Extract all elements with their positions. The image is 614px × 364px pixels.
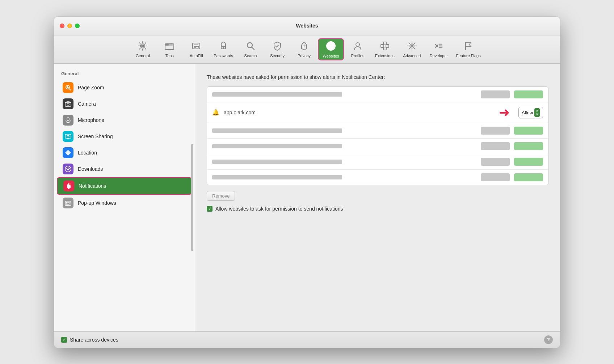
traffic-lights — [60, 24, 80, 28]
tabs-icon — [164, 41, 174, 52]
allow-notifications-checkbox[interactable]: ✓ — [207, 206, 213, 212]
blurred-site-name-2 — [212, 128, 342, 133]
sidebar: General Page Zoom — [54, 64, 195, 331]
arrow-indicator: ➜ — [499, 106, 510, 119]
blurred-badge-green-3 — [514, 142, 543, 150]
passwords-icon — [218, 41, 228, 52]
general-icon — [138, 41, 148, 52]
content-area: General Page Zoom — [54, 64, 560, 331]
minimize-button[interactable] — [67, 24, 72, 28]
advanced-label: Advanced — [403, 54, 421, 58]
microphone-icon — [63, 115, 73, 126]
dropdown-arrows: ▲ ▼ — [534, 108, 540, 117]
share-across-devices-label: Share across devices — [70, 337, 118, 343]
footer-left: ✓ Share across devices — [61, 337, 118, 343]
toolbar-item-passwords[interactable]: Passwords — [210, 39, 237, 60]
red-arrow-icon: ➜ — [499, 106, 510, 119]
allow-notifications-label: Allow websites to ask for permission to … — [215, 206, 343, 212]
extensions-icon — [380, 41, 390, 52]
titlebar: Websites — [54, 17, 560, 35]
toolbar-item-autofill[interactable]: AutoFill — [183, 39, 209, 60]
blurred-badge-1 — [481, 90, 510, 98]
svg-point-43 — [68, 188, 70, 189]
sidebar-item-label-microphone: Microphone — [78, 117, 104, 123]
tabs-label: Tabs — [165, 54, 174, 58]
extensions-label: Extensions — [375, 54, 395, 58]
websites-label: Websites — [323, 54, 339, 58]
blurred-site-name-5 — [212, 175, 342, 179]
toolbar-item-general[interactable]: General — [130, 39, 156, 60]
svg-line-13 — [252, 47, 254, 50]
toolbar-item-privacy[interactable]: Privacy — [291, 39, 317, 60]
advanced-icon — [407, 41, 417, 52]
toolbar-item-developer[interactable]: Developer — [426, 39, 452, 60]
sidebar-item-location[interactable]: Location — [57, 145, 192, 161]
svg-rect-46 — [65, 201, 71, 206]
sidebar-item-microphone[interactable]: Microphone — [57, 112, 192, 128]
olark-site-name: app.olark.com — [224, 110, 495, 115]
svg-line-33 — [69, 89, 71, 90]
toolbar-item-websites[interactable]: Websites — [318, 38, 344, 60]
blurred-badge-green-4 — [514, 158, 543, 166]
blurred-badge-green-1 — [514, 90, 543, 98]
down-arrow: ▼ — [535, 113, 539, 117]
blurred-site-name-4 — [212, 160, 342, 164]
developer-label: Developer — [430, 54, 448, 58]
toolbar-item-tabs[interactable]: Tabs — [156, 39, 182, 60]
sidebar-item-label-popup-windows: Pop-up Windows — [78, 200, 116, 206]
table-row-olark: 🔔 app.olark.com ➜ Allow ▲ ▼ — [207, 102, 548, 123]
close-button[interactable] — [60, 24, 64, 28]
privacy-icon — [299, 41, 309, 52]
notifications-icon: ! — [63, 181, 74, 191]
svg-rect-38 — [67, 118, 69, 121]
blurred-badge-4 — [481, 158, 510, 166]
sidebar-section-title: General — [54, 69, 195, 79]
allow-notifications-row: ✓ Allow websites to ask for permission t… — [207, 206, 548, 212]
sidebar-item-page-zoom[interactable]: Page Zoom — [57, 80, 192, 96]
sidebar-item-screen-sharing[interactable]: Screen Sharing — [57, 128, 192, 144]
maximize-button[interactable] — [75, 24, 80, 28]
main-content: These websites have asked for permission… — [195, 64, 560, 331]
svg-rect-47 — [66, 202, 69, 204]
general-label: General — [136, 54, 150, 58]
screen-sharing-icon — [63, 131, 73, 142]
toolbar-item-featureflags[interactable]: Feature Flags — [453, 39, 484, 60]
svg-point-18 — [356, 43, 359, 46]
toolbar: General Tabs — [54, 35, 560, 64]
websites-icon — [325, 41, 336, 53]
table-row-blurred-5 — [207, 170, 548, 185]
share-across-devices-checkbox[interactable]: ✓ — [61, 337, 67, 343]
passwords-label: Passwords — [214, 54, 233, 58]
blurred-badge-green-2 — [514, 127, 543, 135]
toolbar-item-security[interactable]: Security — [264, 39, 290, 60]
security-label: Security — [270, 54, 285, 58]
downloads-icon — [63, 164, 73, 174]
websites-table: 🔔 app.olark.com ➜ Allow ▲ ▼ — [207, 86, 548, 185]
toolbar-item-advanced[interactable]: Advanced — [399, 39, 425, 60]
help-button[interactable]: ? — [544, 335, 553, 344]
location-icon — [63, 147, 73, 158]
footer-bar: ✓ Share across devices ? — [54, 331, 560, 348]
sidebar-item-camera[interactable]: Camera — [57, 96, 192, 112]
blurred-site-name-1 — [212, 92, 342, 97]
popup-windows-icon — [63, 198, 73, 208]
toolbar-item-search[interactable]: Search — [237, 39, 264, 60]
sidebar-item-popup-windows[interactable]: Pop-up Windows — [57, 195, 192, 211]
sidebar-item-notifications[interactable]: ! Notifications — [57, 177, 192, 195]
remove-button[interactable]: Remove — [207, 191, 235, 201]
up-arrow: ▲ — [535, 109, 539, 113]
sidebar-item-label-notifications: Notifications — [79, 183, 106, 189]
safari-preferences-window: Websites General Tabs — [54, 16, 560, 348]
svg-rect-3 — [165, 44, 169, 46]
table-row-blurred-1 — [207, 87, 548, 102]
sidebar-scrollbar[interactable] — [191, 144, 193, 251]
profiles-icon — [353, 41, 363, 52]
toolbar-item-profiles[interactable]: Profiles — [345, 39, 371, 60]
blurred-badge-green-5 — [514, 173, 543, 181]
svg-point-15 — [329, 42, 333, 50]
allow-dropdown[interactable]: Allow ▲ ▼ — [518, 107, 543, 118]
toolbar-item-extensions[interactable]: Extensions — [371, 39, 398, 60]
table-row-blurred-4 — [207, 154, 548, 170]
sidebar-item-downloads[interactable]: Downloads — [57, 161, 192, 177]
window-title: Websites — [296, 23, 318, 29]
